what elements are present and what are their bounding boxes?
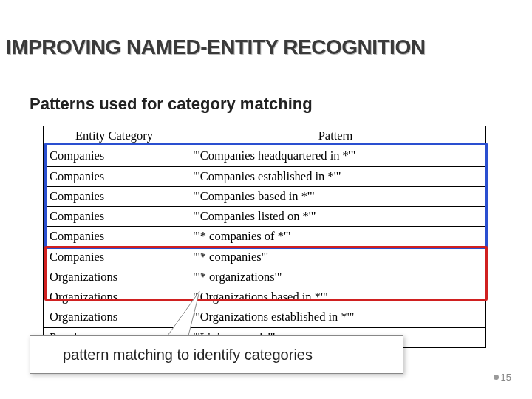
- cell-pattern: "'Organizations based in *'": [185, 287, 486, 307]
- cell-pattern: "'Companies headquartered in *'": [185, 146, 486, 166]
- th-entity-category: Entity Category: [44, 126, 185, 146]
- patterns-table: Entity Category Pattern Companies"'Compa…: [43, 126, 486, 348]
- callout: pattern matching to identify categories: [30, 335, 403, 374]
- cell-category: Companies: [44, 207, 185, 227]
- cell-category: Companies: [44, 227, 185, 247]
- table-row: Companies"'Companies headquartered in *'…: [44, 146, 486, 166]
- th-pattern: Pattern: [185, 126, 486, 146]
- cell-pattern: "'* companies of *'": [185, 227, 486, 247]
- table-row: Companies"'Companies based in *'": [44, 186, 486, 206]
- cell-pattern: "'Companies based in *'": [185, 186, 486, 206]
- bullet-icon: [494, 375, 499, 380]
- cell-category: Organizations: [44, 307, 185, 327]
- cell-category: Companies: [44, 146, 185, 166]
- cell-category: Companies: [44, 166, 185, 186]
- cell-pattern: "'Companies listed on *'": [185, 207, 486, 227]
- cell-category: Organizations: [44, 287, 185, 307]
- cell-category: Organizations: [44, 267, 185, 287]
- cell-category: Companies: [44, 247, 185, 267]
- cell-pattern: "'* organizations'": [185, 267, 486, 287]
- subtitle: Patterns used for category matching: [30, 95, 313, 114]
- cell-pattern: "'* companies'": [185, 247, 486, 267]
- page-number: 15: [494, 372, 511, 383]
- table-row: Organizations"'Organizations based in *'…: [44, 287, 486, 307]
- callout-text: pattern matching to identify categories: [63, 347, 313, 364]
- table-row: Organizations"'Organizations established…: [44, 307, 486, 327]
- cell-pattern: "'Companies established in *'": [185, 166, 486, 186]
- table-row: Companies"'Companies listed on *'": [44, 207, 486, 227]
- table-row: Organizations"'* organizations'": [44, 267, 486, 287]
- table-row: Companies"'Companies established in *'": [44, 166, 486, 186]
- table-row: Companies"'* companies of *'": [44, 227, 486, 247]
- table-row: Companies"'* companies'": [44, 247, 486, 267]
- cell-category: Companies: [44, 186, 185, 206]
- page-title: IMPROVING NAMED-ENTITY RECOGNITION: [6, 35, 425, 59]
- cell-pattern: "'Organizations established in *'": [185, 307, 486, 327]
- page-number-text: 15: [501, 372, 511, 383]
